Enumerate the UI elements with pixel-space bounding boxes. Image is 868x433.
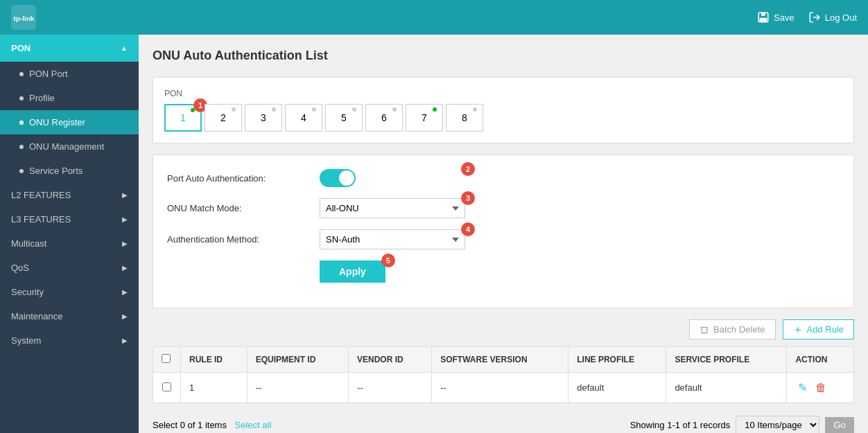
sidebar-group-qos[interactable]: QoS ▶ — [0, 256, 139, 280]
cell-software-version: -- — [432, 373, 568, 403]
form-section: Port Auto Authentication: 2 ONU Match Mo… — [153, 154, 854, 308]
per-page-select[interactable]: 10 Items/page 20 Items/page 50 Items/pag… — [736, 416, 819, 433]
chevron-right-icon: ▶ — [122, 288, 128, 296]
pon-section-label: PON — [11, 43, 31, 53]
port-indicator-5 — [352, 107, 356, 112]
go-button[interactable]: Go — [825, 417, 854, 433]
cell-vendor-id: -- — [349, 373, 432, 403]
chevron-right-icon: ▶ — [122, 337, 128, 344]
add-rule-button[interactable]: Add Rule — [783, 319, 854, 339]
port-auto-auth-label: Port Auto Authentication: — [167, 173, 320, 184]
onu-match-mode-row: ONU Match Mode: All-ONU SN-Match Passwor… — [167, 198, 840, 218]
sidebar: PON ▲ PON Port Profile ONU Register ONU … — [0, 35, 139, 433]
table-section: Batch Delete Add Rule RULE — [153, 319, 854, 433]
sidebar-group-l3[interactable]: L3 FEATURES ▶ — [0, 207, 139, 231]
sidebar-group-l2[interactable]: L2 FEATURES ▶ — [0, 183, 139, 207]
auth-method-row: Authentication Method: SN-Auth Password-… — [167, 229, 840, 249]
page-title: ONU Auto Authentication List — [153, 48, 854, 63]
dot-icon — [19, 145, 24, 149]
edit-button[interactable]: ✎ — [795, 380, 810, 396]
pon-port-3[interactable]: 3 — [245, 104, 282, 132]
table-footer: Select 0 of 1 items Select all Showing 1… — [153, 410, 854, 433]
chevron-right-icon: ▶ — [122, 312, 128, 320]
add-rule-label: Add Rule — [807, 324, 844, 335]
svg-rect-4 — [760, 18, 767, 21]
logout-button[interactable]: Log Out — [808, 11, 857, 24]
port-indicator-2 — [232, 107, 236, 112]
col-line-profile: LINE PROFILE — [568, 347, 666, 373]
sidebar-label-pon-port: PON Port — [29, 69, 68, 79]
port-number-5: 5 — [341, 112, 347, 123]
row-checkbox-cell[interactable] — [153, 373, 181, 403]
l2-label: L2 FEATURES — [11, 190, 71, 200]
pon-port-4[interactable]: 4 — [285, 104, 322, 132]
port-auto-auth-control: 2 — [320, 169, 465, 187]
sidebar-label-onu-management: ONU Management — [29, 141, 104, 152]
select-all-link[interactable]: Select all — [235, 420, 272, 430]
cell-action: ✎ 🗑 — [787, 373, 854, 403]
pon-port-2[interactable]: 2 — [205, 104, 242, 132]
save-icon — [757, 11, 770, 24]
chevron-right-icon: ▶ — [122, 215, 128, 223]
multicast-label: Multicast — [11, 238, 46, 249]
svg-text:tp-link: tp-link — [14, 15, 35, 22]
select-all-checkbox-header[interactable] — [153, 347, 181, 373]
onu-match-mode-select[interactable]: All-ONU SN-Match Password-Match — [320, 198, 465, 218]
l3-label: L3 FEATURES — [11, 214, 71, 224]
chevron-right-icon: ▶ — [122, 264, 128, 272]
sidebar-item-profile[interactable]: Profile — [0, 86, 139, 110]
apply-button[interactable]: Apply — [320, 260, 385, 283]
system-label: System — [11, 335, 41, 346]
delete-button[interactable]: 🗑 — [813, 380, 829, 396]
plus-icon — [793, 325, 803, 335]
pon-port-1[interactable]: 1 1 — [164, 104, 202, 132]
select-all-checkbox[interactable] — [162, 354, 171, 363]
col-vendor-id: VENDOR ID — [349, 347, 432, 373]
col-service-profile: SERVICE PROFILE — [666, 347, 787, 373]
cell-service-profile: default — [666, 373, 787, 403]
row-checkbox[interactable] — [162, 382, 171, 391]
qos-label: QoS — [11, 263, 29, 273]
port-number-2: 2 — [220, 112, 226, 123]
port-number-8: 8 — [462, 112, 467, 123]
logout-icon — [808, 11, 821, 24]
sidebar-label-onu-register: ONU Register — [29, 117, 85, 127]
port-number-3: 3 — [261, 112, 266, 123]
port-auto-auth-row: Port Auto Authentication: 2 — [167, 169, 840, 187]
batch-delete-label: Batch Delete — [713, 324, 765, 335]
sidebar-group-security[interactable]: Security ▶ — [0, 280, 139, 304]
edit-icon: ✎ — [798, 382, 807, 394]
auth-method-label: Authentication Method: — [167, 234, 320, 245]
sidebar-section-pon[interactable]: PON ▲ — [0, 35, 139, 62]
pon-port-8[interactable]: 8 — [446, 104, 483, 132]
apply-control: Apply 5 — [320, 260, 385, 283]
apply-row: Apply 5 — [167, 260, 840, 283]
security-label: Security — [11, 287, 44, 297]
chevron-up-icon: ▲ — [121, 44, 128, 52]
topbar: tp-link Save Log Out — [0, 0, 868, 35]
pon-port-7[interactable]: 7 — [406, 104, 443, 132]
select-info-container: Select 0 of 1 items Select all — [153, 420, 271, 430]
sidebar-group-system[interactable]: System ▶ — [0, 328, 139, 353]
main-content: ONU Auto Authentication List PON 1 1 2 3 — [139, 35, 868, 433]
chevron-right-icon: ▶ — [122, 191, 128, 199]
sidebar-item-service-ports[interactable]: Service Ports — [0, 159, 139, 183]
onu-match-mode-control: All-ONU SN-Match Password-Match 3 — [320, 198, 465, 218]
dot-icon — [19, 96, 24, 100]
port-auto-auth-toggle[interactable] — [320, 169, 356, 187]
sidebar-item-onu-management[interactable]: ONU Management — [0, 134, 139, 159]
port-number-4: 4 — [301, 112, 306, 123]
step-badge-3: 3 — [461, 191, 475, 205]
sidebar-item-onu-register[interactable]: ONU Register — [0, 110, 139, 134]
maintenance-label: Maintenance — [11, 311, 62, 321]
save-button[interactable]: Save — [757, 11, 795, 24]
port-number-7: 7 — [422, 112, 427, 123]
sidebar-group-multicast[interactable]: Multicast ▶ — [0, 231, 139, 256]
pon-port-6[interactable]: 6 — [365, 104, 403, 132]
pon-port-5[interactable]: 5 — [325, 104, 363, 132]
port-indicator-3 — [272, 107, 276, 112]
batch-delete-button[interactable]: Batch Delete — [689, 319, 775, 339]
sidebar-group-maintenance[interactable]: Maintenance ▶ — [0, 304, 139, 328]
auth-method-select[interactable]: SN-Auth Password-Auth SN-Password-Auth — [320, 229, 465, 249]
sidebar-item-pon-port[interactable]: PON Port — [0, 62, 139, 86]
